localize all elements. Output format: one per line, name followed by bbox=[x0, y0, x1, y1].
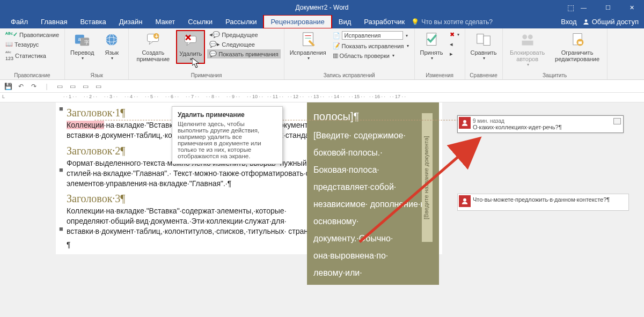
redo-icon[interactable]: ↷ bbox=[29, 82, 39, 91]
reviewing-pane-button[interactable]: ▥Область проверки▾ bbox=[331, 51, 411, 60]
tab-home[interactable]: Главная bbox=[34, 16, 74, 28]
ruler-mark: · · 11 · · bbox=[267, 94, 283, 99]
next-icon: 💬▸ bbox=[209, 41, 220, 48]
group-compare-label: Сравнение bbox=[469, 71, 499, 78]
ruler-mark: · · 6 · · bbox=[165, 94, 179, 99]
svg-point-5 bbox=[106, 34, 118, 46]
tab-layout[interactable]: Макет bbox=[149, 16, 181, 28]
title-bar: Документ2 - Word ⬚ — ☐ ✕ bbox=[0, 0, 644, 15]
svg-point-25 bbox=[463, 120, 466, 123]
globe-icon bbox=[103, 31, 120, 48]
ruler-mark: · · 2 · · bbox=[84, 94, 97, 99]
show-markup-button[interactable]: 📝Показать исправления▾ bbox=[331, 41, 411, 50]
thesaurus-button[interactable]: 📖Тезаурус bbox=[3, 40, 61, 49]
undo-icon[interactable]: ↶ bbox=[16, 82, 26, 91]
reply-icon[interactable] bbox=[613, 118, 621, 124]
maximize-button[interactable]: ☐ bbox=[596, 0, 620, 15]
horizontal-ruler[interactable]: L · · 1 · ·· · 2 · ·· · 3 · ·· · 4 · ·· … bbox=[0, 93, 644, 102]
group-tracking: Исправления▾ 📄Исправления▾ 📝Показать исп… bbox=[284, 28, 415, 79]
new-comment-button[interactable]: + Создать примечание bbox=[132, 30, 174, 63]
ruler-mark: · · 5 · · bbox=[145, 94, 158, 99]
qat-icon[interactable]: ▭ bbox=[80, 82, 90, 91]
sign-in-link[interactable]: Вход bbox=[561, 18, 576, 26]
spelling-button[interactable]: ᴬᴮᶜ✓Правописание bbox=[3, 30, 61, 39]
chevron-down-icon: ▾ bbox=[527, 62, 529, 67]
accept-icon bbox=[423, 31, 440, 48]
ruler-mark: · · 17 · · bbox=[390, 94, 406, 99]
minimize-button[interactable]: — bbox=[572, 0, 596, 15]
group-language: a字 Перевод▾ Язык▾ Язык bbox=[65, 28, 129, 79]
next-comment-button[interactable]: 💬▸Следующее bbox=[207, 40, 280, 49]
delete-comment-button[interactable]: Удалить▾ bbox=[176, 30, 205, 64]
close-button[interactable]: ✕ bbox=[620, 0, 644, 15]
chevron-down-icon: ▾ bbox=[457, 32, 459, 37]
save-icon[interactable]: 💾 bbox=[3, 82, 13, 91]
previous-comment-button[interactable]: ◂💬Предыдущее bbox=[207, 30, 280, 39]
group-comments: + Создать примечание Удалить▾ ◂💬Предыдущ… bbox=[129, 28, 284, 79]
qat-icon[interactable]: ▭ bbox=[55, 82, 64, 91]
tab-design[interactable]: Дизайн bbox=[113, 16, 149, 28]
restrict-editing-button[interactable]: Ограничить редактирование bbox=[551, 30, 604, 63]
block-authors-icon bbox=[519, 31, 536, 48]
group-comments-label: Примечания bbox=[132, 71, 280, 78]
group-proofing: ᴬᴮᶜ✓Правописание 📖Тезаурус ᴬᴮᶜ123Статист… bbox=[0, 28, 65, 79]
tell-me-placeholder: Что вы хотите сделать? bbox=[421, 18, 493, 26]
delete-comment-tooltip: Удалить примечание Щелкните здесь, чтобы… bbox=[172, 106, 283, 164]
tab-developer[interactable]: Разработчик bbox=[357, 16, 411, 28]
restrict-icon bbox=[569, 31, 586, 48]
svg-point-19 bbox=[528, 34, 532, 39]
tell-me-search[interactable]: 💡 Что вы хотите сделать? bbox=[411, 18, 493, 26]
compare-button[interactable]: Сравнить▾ bbox=[469, 30, 499, 62]
ruler-mark: · · 8 · · bbox=[206, 94, 219, 99]
sidebar-label-strip[interactable]: [Введите название документа] bbox=[422, 113, 433, 242]
ruler-mark: · · 7 · · bbox=[186, 94, 199, 99]
qat-icon[interactable]: ▭ bbox=[93, 82, 103, 91]
chevron-down-icon: ▾ bbox=[406, 33, 408, 38]
track-changes-button[interactable]: Исправления▾ bbox=[288, 30, 328, 62]
highlighted-text[interactable]: Коллекции bbox=[67, 121, 104, 129]
share-button[interactable]: Общий доступ bbox=[582, 18, 639, 26]
display-for-review-dropdown[interactable]: 📄Исправления▾ bbox=[331, 30, 411, 41]
language-button[interactable]: Язык▾ bbox=[98, 30, 125, 62]
comment-bubble-2[interactable]: Что·вы·можете·предложить·в·данном·контек… bbox=[457, 194, 629, 211]
block-authors-button[interactable]: Блокировать авторов▾ bbox=[506, 30, 549, 68]
show-comments-button[interactable]: 💬Показать примечания bbox=[207, 49, 280, 58]
qat-icon[interactable]: ▭ bbox=[68, 82, 77, 91]
markup-icon: 📝 bbox=[333, 42, 340, 49]
avatar-icon bbox=[459, 117, 471, 129]
ribbon-tabs: Файл Главная Вставка Дизайн Макет Ссылки… bbox=[0, 15, 644, 28]
compare-icon bbox=[475, 31, 492, 48]
ruler-mark: · · 1 · · bbox=[63, 94, 77, 99]
group-proofing-label: Правописание bbox=[3, 71, 61, 78]
ruler-mark: · · 9 · · bbox=[226, 94, 240, 99]
chevron-down-icon: ▾ bbox=[308, 56, 310, 61]
group-tracking-label: Запись исправлений bbox=[288, 71, 411, 78]
svg-rect-23 bbox=[578, 41, 582, 44]
reject-button[interactable]: ✖▾ bbox=[448, 30, 462, 39]
tab-file[interactable]: Файл bbox=[4, 16, 34, 28]
next-change-button[interactable]: ▸ bbox=[448, 49, 462, 58]
svg-point-0 bbox=[584, 19, 587, 22]
svg-rect-20 bbox=[522, 41, 533, 46]
accept-button[interactable]: Принять▾ bbox=[418, 30, 445, 62]
tab-insert[interactable]: Вставка bbox=[74, 16, 112, 28]
qat-sep: | bbox=[42, 82, 52, 91]
tab-view[interactable]: Вид bbox=[332, 16, 358, 28]
tab-references[interactable]: Ссылки bbox=[181, 16, 219, 28]
tab-review[interactable]: Рецензирование bbox=[263, 14, 332, 29]
chevron-down-icon: ▾ bbox=[82, 56, 84, 61]
chevron-down-icon: ▾ bbox=[483, 56, 485, 61]
word-count-button[interactable]: ᴬᴮᶜ123Статистика bbox=[3, 49, 61, 62]
reject-icon: ✖ bbox=[450, 31, 455, 38]
sidebar-textbox[interactable]: полосы]¶ [Введите· содержимое· боковой·п… bbox=[307, 102, 439, 285]
ruler-mark: · · 12 · · bbox=[288, 94, 304, 99]
comment-bubble-1[interactable]: 9 мин. назад О·каких·коллекциях·идет·реч… bbox=[457, 115, 624, 133]
tab-mailings[interactable]: Рассылки bbox=[219, 16, 263, 28]
translate-button[interactable]: a字 Перевод▾ bbox=[68, 30, 96, 62]
chevron-down-icon: ▾ bbox=[431, 56, 433, 61]
count-icon: ᴬᴮᶜ123 bbox=[5, 50, 13, 61]
previous-change-button[interactable]: ◂ bbox=[448, 40, 462, 49]
tooltip-title: Удалить примечание bbox=[178, 111, 277, 119]
pane-icon: ▥ bbox=[333, 52, 338, 59]
chevron-down-icon: ▾ bbox=[407, 43, 409, 48]
